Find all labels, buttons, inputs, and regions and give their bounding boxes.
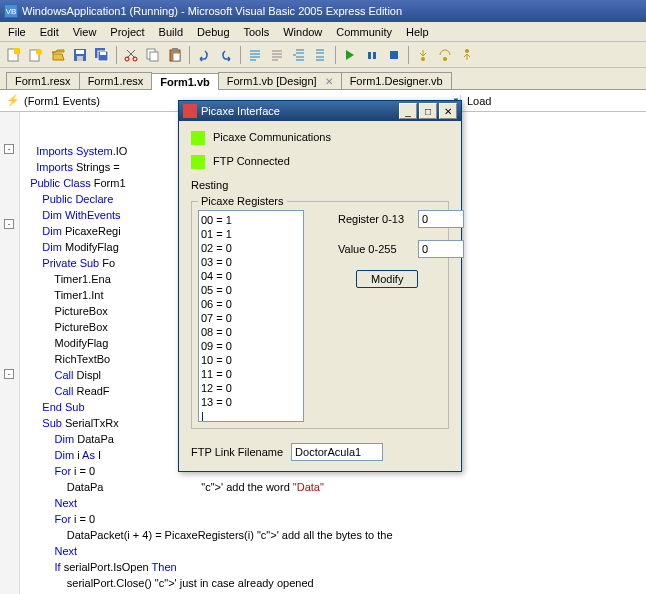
modify-button[interactable]: Modify — [356, 270, 418, 288]
tab-form1-vb[interactable]: Form1.vb — [151, 73, 219, 90]
tab-form1-designer[interactable]: Form1.Designer.vb — [341, 72, 452, 89]
new-project-icon[interactable] — [4, 45, 24, 65]
svg-rect-9 — [100, 52, 106, 55]
step-into-icon[interactable] — [413, 45, 433, 65]
menubar: File Edit View Project Build Debug Tools… — [0, 22, 646, 42]
save-icon[interactable] — [70, 45, 90, 65]
svg-rect-15 — [172, 48, 178, 51]
ftp-label: FTP Connected — [213, 155, 290, 167]
comm-label: Picaxe Communications — [213, 131, 331, 143]
menu-community[interactable]: Community — [330, 24, 398, 40]
maximize-button[interactable]: □ — [419, 103, 437, 119]
redo-icon[interactable] — [216, 45, 236, 65]
app-icon: VB — [4, 4, 18, 18]
svg-rect-17 — [368, 52, 371, 59]
register-input[interactable] — [418, 210, 464, 228]
menu-build[interactable]: Build — [153, 24, 189, 40]
title-text: WindowsApplication1 (Running) - Microsof… — [22, 5, 402, 17]
group-legend: Picaxe Registers — [198, 195, 287, 207]
document-tabs: Form1.resx Form1.resx Form1.vb Form1.vb … — [0, 68, 646, 90]
close-button[interactable]: ✕ — [439, 103, 457, 119]
value-label: Value 0-255 — [338, 243, 412, 255]
registers-group: Picaxe Registers 00 = 101 = 102 = 003 = … — [191, 201, 449, 429]
undo-icon[interactable] — [194, 45, 214, 65]
toolbar — [0, 42, 646, 68]
register-label: Register 0-13 — [338, 213, 412, 225]
svg-rect-19 — [390, 51, 398, 59]
tab-form1-resx-2[interactable]: Form1.resx — [79, 72, 153, 89]
break-icon[interactable] — [362, 45, 382, 65]
svg-rect-18 — [373, 52, 376, 59]
ftp-filename-label: FTP Link Filename — [191, 446, 283, 458]
comment-icon[interactable] — [245, 45, 265, 65]
menu-tools[interactable]: Tools — [238, 24, 276, 40]
svg-point-22 — [465, 49, 469, 53]
menu-file[interactable]: File — [2, 24, 32, 40]
copy-icon[interactable] — [143, 45, 163, 65]
add-item-icon[interactable] — [26, 45, 46, 65]
step-over-icon[interactable] — [435, 45, 455, 65]
svg-rect-1 — [14, 48, 20, 54]
registers-listbox[interactable]: 00 = 101 = 102 = 003 = 004 = 005 = 006 =… — [198, 210, 304, 422]
wand-icon: ⚡ — [6, 94, 20, 107]
indent-icon[interactable] — [289, 45, 309, 65]
gutter: - - - — [0, 112, 20, 594]
value-input[interactable] — [418, 240, 464, 258]
svg-point-20 — [421, 57, 425, 61]
menu-window[interactable]: Window — [277, 24, 328, 40]
svg-rect-6 — [77, 56, 83, 61]
menu-debug[interactable]: Debug — [191, 24, 235, 40]
svg-point-21 — [443, 57, 447, 61]
uncomment-icon[interactable] — [267, 45, 287, 65]
dialog-icon — [183, 104, 197, 118]
outdent-icon[interactable] — [311, 45, 331, 65]
save-all-icon[interactable] — [92, 45, 112, 65]
method-combo[interactable]: Load — [460, 95, 640, 107]
paste-icon[interactable] — [165, 45, 185, 65]
tab-form1-design[interactable]: Form1.vb [Design]✕ — [218, 72, 342, 89]
fold-icon[interactable]: - — [4, 144, 14, 154]
close-icon[interactable]: ✕ — [325, 76, 333, 87]
comm-led-icon — [191, 131, 205, 145]
menu-help[interactable]: Help — [400, 24, 435, 40]
stop-icon[interactable] — [384, 45, 404, 65]
svg-rect-5 — [76, 50, 84, 54]
ftp-led-icon — [191, 155, 205, 169]
menu-view[interactable]: View — [67, 24, 103, 40]
ftp-filename-input[interactable] — [291, 443, 383, 461]
svg-point-3 — [36, 49, 42, 55]
status-label: Resting — [191, 179, 228, 191]
minimize-button[interactable]: _ — [399, 103, 417, 119]
picaxe-dialog: Picaxe Interface _ □ ✕ Picaxe Communicat… — [178, 100, 462, 472]
open-icon[interactable] — [48, 45, 68, 65]
titlebar: VB WindowsApplication1 (Running) - Micro… — [0, 0, 646, 22]
step-out-icon[interactable] — [457, 45, 477, 65]
menu-edit[interactable]: Edit — [34, 24, 65, 40]
svg-rect-13 — [150, 52, 158, 61]
menu-project[interactable]: Project — [104, 24, 150, 40]
svg-rect-16 — [173, 53, 180, 61]
dialog-title-text: Picaxe Interface — [201, 105, 280, 117]
dialog-titlebar[interactable]: Picaxe Interface _ □ ✕ — [179, 101, 461, 121]
fold-icon[interactable]: - — [4, 369, 14, 379]
tab-form1-resx-1[interactable]: Form1.resx — [6, 72, 80, 89]
fold-icon[interactable]: - — [4, 219, 14, 229]
run-icon[interactable] — [340, 45, 360, 65]
cut-icon[interactable] — [121, 45, 141, 65]
